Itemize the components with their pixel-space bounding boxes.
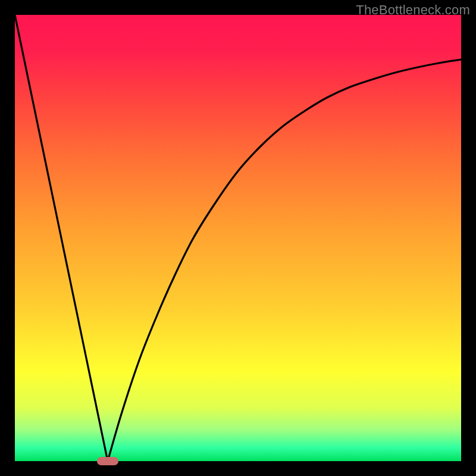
vertex-marker	[97, 457, 118, 465]
watermark-text: TheBottleneck.com	[356, 2, 470, 18]
left-branch-curve	[15, 15, 108, 461]
chart-frame: TheBottleneck.com	[0, 0, 476, 476]
curve-layer	[15, 15, 461, 461]
right-branch-curve	[108, 60, 461, 461]
plot-area	[15, 15, 461, 461]
